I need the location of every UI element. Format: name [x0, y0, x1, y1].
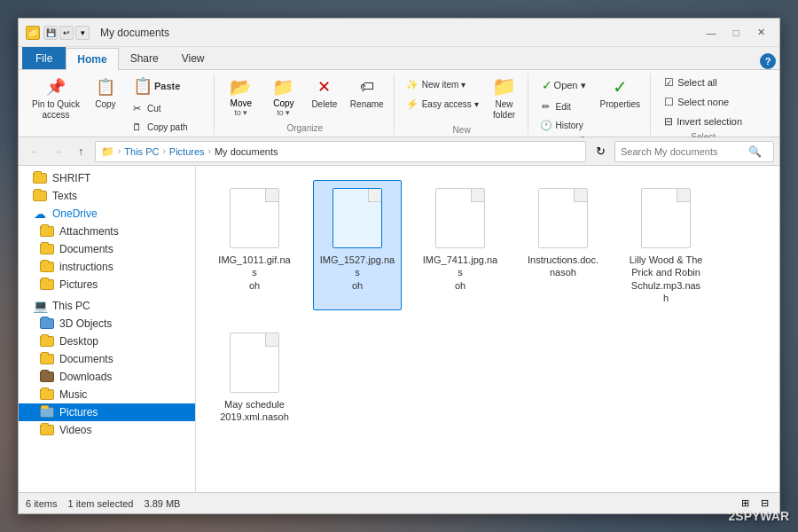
sidebar-item-desktop[interactable]: Desktop: [19, 332, 195, 350]
ribbon-group-select: ☑ Select all ☐ Select none ⊟ Invert sele…: [653, 74, 754, 135]
sidebar-item-downloads[interactable]: Downloads: [19, 368, 195, 386]
copy-path-icon: 🗒: [131, 121, 144, 133]
sidebar-item-3dobjects[interactable]: 3D Objects: [19, 315, 195, 332]
file-name-lilly: Lilly Wood & ThePrick and RobinSchulz.mp…: [630, 254, 703, 304]
sidebar-item-music[interactable]: Music: [19, 386, 195, 403]
select-none-button[interactable]: ☐ Select none: [658, 93, 748, 111]
delete-button[interactable]: ✕ Delete: [307, 74, 342, 113]
sidebar-item-onedrive[interactable]: ☁ OneDrive: [19, 205, 195, 223]
sidebar-label-thispc: This PC: [52, 300, 90, 312]
tab-file[interactable]: File: [22, 47, 66, 69]
breadcrumb-pictures[interactable]: Pictures: [169, 146, 205, 157]
file-name-img1527: IMG_1527.jpg.nasoh: [319, 254, 395, 292]
breadcrumb[interactable]: 📁 › This PC › Pictures › My documents: [95, 141, 586, 162]
move-to-button[interactable]: 📂 Move to ▾: [222, 74, 261, 120]
ribbon-group-open: ✓ Open ▾ ✏ Edit 🕐 History ✓: [530, 74, 652, 135]
new-item-label: New item ▾: [422, 80, 466, 90]
refresh-button[interactable]: ↻: [590, 141, 611, 162]
help-button[interactable]: ?: [760, 53, 776, 69]
sidebar-item-attachments[interactable]: Attachments: [19, 223, 195, 240]
file-item-may-schedule[interactable]: May schedule2019.xml.nasoh: [210, 325, 299, 430]
sidebar-item-pictures-onedrive[interactable]: Pictures: [19, 276, 195, 293]
sidebar-item-thispc[interactable]: 💻 This PC: [19, 297, 195, 315]
sidebar-item-shrift[interactable]: SHRIFT: [19, 169, 195, 187]
new-folder-button[interactable]: 📁 Newfolder: [487, 74, 522, 123]
file-item-instructions[interactable]: Instructions.doc.nasoh: [519, 180, 607, 310]
ribbon-group-clipboard: 📌 Pin to Quickaccess 📋 Copy 📋 Paste: [22, 74, 215, 135]
history-button[interactable]: 🕐 History: [536, 116, 592, 134]
open-button[interactable]: ✓ Open ▾: [536, 74, 592, 97]
sidebar-item-videos[interactable]: Videos: [19, 421, 195, 439]
file-item-img1011[interactable]: IMG_1011.gif.nasoh: [210, 180, 299, 310]
sidebar-item-pictures[interactable]: Pictures: [19, 403, 195, 421]
save-quick-btn[interactable]: 💾: [43, 26, 58, 40]
sidebar-label-downloads: Downloads: [59, 371, 112, 383]
move-icon: 📂: [230, 76, 252, 98]
search-box[interactable]: 🔍: [614, 141, 774, 162]
file-item-img7411[interactable]: IMG_7411.jpg.nasoh: [416, 180, 505, 310]
large-icons-view-button[interactable]: ⊟: [756, 496, 772, 512]
search-input[interactable]: [621, 146, 745, 157]
copy-path-button[interactable]: 🗒 Copy path: [127, 118, 208, 136]
copy-path-label: Copy path: [147, 122, 188, 132]
undo-quick-btn[interactable]: ↩: [59, 26, 74, 40]
maximize-button[interactable]: □: [724, 23, 747, 43]
file-item-lilly[interactable]: Lilly Wood & ThePrick and RobinSchulz.mp…: [622, 180, 710, 310]
history-icon: 🕐: [540, 119, 552, 131]
pin-to-quick-button[interactable]: 📌 Pin to Quickaccess: [27, 74, 84, 123]
folder-icon-music: [40, 388, 54, 401]
paste-icon: 📋: [133, 76, 153, 96]
sidebar-item-texts[interactable]: Texts: [19, 187, 195, 205]
edit-button[interactable]: ✏ Edit: [536, 98, 592, 115]
ribbon-tabs: File Home Share View ?: [19, 47, 779, 69]
select-all-button[interactable]: ☑ Select all: [658, 74, 748, 91]
rename-button[interactable]: 🏷 Rename: [346, 74, 388, 113]
content-area[interactable]: IMG_1011.gif.nasoh IMG_1527.jpg.nasoh IM…: [196, 166, 779, 492]
file-icon-container-instructions: [531, 186, 595, 250]
up-button[interactable]: ↑: [70, 141, 91, 162]
sidebar-item-documents-thispc[interactable]: Documents: [19, 350, 195, 368]
sidebar-item-documents[interactable]: Documents: [19, 240, 195, 258]
sidebar-label-documents: Documents: [59, 243, 113, 255]
minimize-button[interactable]: —: [700, 23, 723, 43]
redo-quick-btn[interactable]: ▾: [75, 26, 90, 40]
new-item-icon: ✨: [406, 78, 419, 90]
tab-home[interactable]: Home: [66, 48, 118, 70]
sidebar-item-instructions[interactable]: instructions: [19, 258, 195, 276]
close-button[interactable]: ✕: [749, 23, 772, 43]
ribbon: File Home Share View ? 📌 Pin to Quickacc…: [19, 47, 779, 137]
invert-selection-button[interactable]: ⊟ Invert selection: [658, 113, 748, 130]
thispc-icon: 💻: [33, 300, 47, 312]
edit-label: Edit: [556, 102, 571, 112]
organize-buttons: 📂 Move to ▾ 📁 Copy to ▾ ✕: [222, 74, 388, 121]
new-item-button[interactable]: ✨ New item ▾: [402, 75, 483, 93]
easy-access-button[interactable]: ⚡ Easy access ▾: [402, 95, 483, 113]
copy-button[interactable]: 📋 Copy: [88, 74, 123, 113]
tab-share[interactable]: Share: [119, 47, 170, 69]
file-doc-icon-img7411: [435, 188, 485, 248]
details-view-button[interactable]: ⊞: [737, 496, 753, 512]
address-toolbar: ← → ↑ 📁 › This PC › Pictures › My docume…: [19, 137, 779, 166]
paste-button[interactable]: 📋 Paste: [127, 74, 208, 98]
window-controls: — □ ✕: [700, 23, 772, 43]
tab-view[interactable]: View: [170, 47, 216, 69]
file-icon-container-img1527: [325, 186, 389, 250]
cut-button[interactable]: ✂ Cut: [127, 99, 208, 117]
forward-button[interactable]: →: [47, 141, 68, 162]
status-bar: 6 items 1 item selected 3.89 MB ⊞ ⊟: [19, 492, 779, 513]
sidebar-label-docs-thispc: Documents: [59, 353, 113, 365]
selection-count: 1 item selected: [67, 498, 133, 509]
folder-icon-texts: [33, 190, 47, 202]
folder-icon-pictures: [40, 406, 54, 419]
file-item-img1527[interactable]: IMG_1527.jpg.nasoh: [313, 180, 402, 310]
file-doc-icon-instructions: [538, 188, 588, 248]
folder-icon-shrift: [33, 172, 47, 184]
new-buttons: ✨ New item ▾ ⚡ Easy access ▾ 📁 Newfolder: [402, 74, 522, 123]
properties-icon: ✓: [609, 76, 630, 98]
properties-button[interactable]: ✓ Properties: [596, 74, 645, 113]
copy-to-button[interactable]: 📁 Copy to ▾: [264, 74, 303, 120]
sidebar-label-attachments: Attachments: [59, 225, 119, 238]
breadcrumb-thispc[interactable]: This PC: [124, 146, 159, 157]
title-bar-left: 📁 💾 ↩ ▾ My documents: [26, 26, 700, 40]
back-button[interactable]: ←: [24, 141, 45, 162]
